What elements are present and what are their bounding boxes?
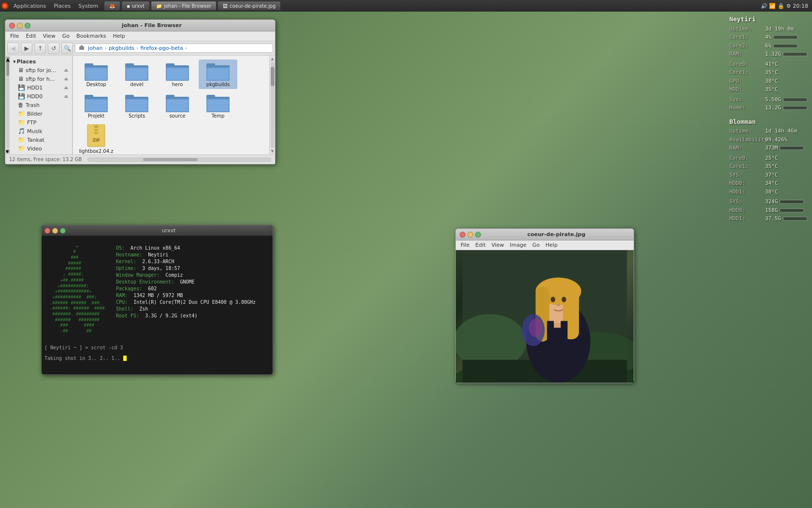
menu-edit[interactable]: Edit bbox=[23, 32, 39, 40]
sidebar-item-sftp2[interactable]: 🖥 sftp for h... ⏏ bbox=[10, 75, 72, 83]
taskbar-imageviewer-btn[interactable]: 🖼 coeur-de-pirate.jpg bbox=[218, 1, 281, 11]
imgview-menu-edit[interactable]: Edit bbox=[472, 241, 488, 249]
crumb-pkgbuilds[interactable]: pkgbuilds bbox=[108, 45, 135, 51]
photo-svg bbox=[456, 250, 634, 383]
h-scroll-thumb[interactable] bbox=[143, 158, 198, 161]
imgview-menu-go[interactable]: Go bbox=[529, 241, 542, 249]
imgview-min-btn[interactable] bbox=[467, 232, 473, 238]
n-hdd-val: 35°C bbox=[765, 86, 778, 94]
file-item-lightbox[interactable]: ZIP lightbox2.04.zip bbox=[77, 122, 116, 154]
crumb-johan[interactable]: johan bbox=[87, 45, 103, 51]
n-sys-row: Sys: 5.50G bbox=[729, 96, 807, 104]
svg-rect-9 bbox=[125, 63, 134, 67]
grid-scroll-up[interactable]: ▲ bbox=[271, 57, 274, 61]
sftp2-eject[interactable]: ⏏ bbox=[64, 76, 68, 81]
b-uptime-val: 1d 14h 46m bbox=[765, 127, 797, 135]
os-icon[interactable] bbox=[0, 1, 10, 11]
menu-view[interactable]: View bbox=[40, 32, 58, 40]
menu-go[interactable]: Go bbox=[59, 32, 72, 40]
grid-scroll-thumb[interactable] bbox=[271, 67, 275, 86]
taskbar: Applications Places System 🦊 ▪ urxvt 📁 j… bbox=[0, 0, 812, 12]
hdd1-label: HDD1 bbox=[27, 85, 43, 91]
terminal-prompt-area[interactable]: [ Neytiri ~ ] > scrot -cd 3 Taking shot … bbox=[42, 339, 273, 374]
taskbar-places[interactable]: Places bbox=[50, 0, 74, 12]
file-item-devel[interactable]: devel bbox=[117, 60, 156, 89]
file-item-pkgbuilds[interactable]: pkgbuilds bbox=[199, 60, 237, 89]
imgview-max-btn[interactable] bbox=[475, 232, 481, 238]
grid-scrollbar[interactable]: ▲ ▼ bbox=[269, 56, 275, 154]
grid-scroll-down[interactable]: ▼ bbox=[271, 149, 274, 153]
back-button[interactable]: ◀ bbox=[7, 43, 19, 54]
file-browser-titlebar: johan - File Browser bbox=[5, 20, 275, 31]
taskbar-filebrowser-btn[interactable]: 📁 johan - File Browser bbox=[151, 1, 217, 11]
taskbar-system[interactable]: System bbox=[74, 0, 102, 12]
b-uptime-row: Uptime: 1d 14h 46m bbox=[729, 127, 807, 135]
image-viewer-menubar: File Edit View Image Go Help bbox=[456, 240, 634, 250]
menu-help[interactable]: Help bbox=[110, 32, 128, 40]
h-scroll-track[interactable] bbox=[87, 158, 271, 162]
b-fs-hdd0-row: HDD0: 158G bbox=[729, 207, 807, 215]
sidebar-item-hdd1[interactable]: 💾 HDD1 ⏏ bbox=[10, 83, 72, 92]
file-item-scripts[interactable]: Scripts bbox=[117, 91, 156, 120]
scroll-up-arrow[interactable]: ▲ bbox=[6, 57, 10, 60]
ftp-icon: 📁 bbox=[18, 119, 25, 126]
sidebar-item-bilder[interactable]: 📁 Bilder bbox=[10, 109, 72, 118]
b-hdd1-val: 30°C bbox=[765, 188, 778, 196]
up-button[interactable]: ↑ bbox=[34, 43, 46, 54]
imgview-menu-image[interactable]: Image bbox=[507, 241, 529, 249]
taskbar-urxvt-btn[interactable]: ▪ urxvt bbox=[121, 1, 150, 11]
terminal-min-btn[interactable] bbox=[52, 228, 58, 234]
menu-bookmarks[interactable]: Bookmarks bbox=[73, 32, 109, 40]
search-button[interactable]: 🔍 bbox=[61, 43, 73, 54]
imgview-menu-file[interactable]: File bbox=[458, 241, 472, 249]
sidebar-item-musik[interactable]: 🎵 Musik bbox=[10, 127, 72, 135]
forward-button[interactable]: ▶ bbox=[21, 43, 32, 54]
b-hdd1-row: HDD1: 30°C bbox=[729, 188, 807, 196]
sidebar-scrollbar[interactable]: ▲ ▼ bbox=[5, 56, 10, 154]
image-viewer-titlebar: coeur-de-pirate.jpg bbox=[456, 229, 634, 240]
terminal-close-btn[interactable] bbox=[44, 228, 50, 234]
sidebar-item-sftp1[interactable]: 🖥 sftp for jo... ⏏ bbox=[10, 66, 72, 75]
hdd1-eject[interactable]: ⏏ bbox=[64, 85, 68, 90]
source-folder-icon bbox=[166, 93, 189, 112]
hdd1-icon: 💾 bbox=[18, 84, 25, 91]
sidebar-item-ftp[interactable]: 📁 FTP bbox=[10, 118, 72, 127]
refresh-button[interactable]: ↺ bbox=[48, 43, 59, 54]
sidebar-item-tankat[interactable]: 📁 Tankat bbox=[10, 135, 72, 144]
taskbar-firefox-btn[interactable]: 🦊 bbox=[104, 1, 120, 11]
sftp1-eject[interactable]: ⏏ bbox=[64, 68, 68, 73]
imgview-close-btn[interactable] bbox=[460, 232, 465, 238]
imgview-menu-view[interactable]: View bbox=[489, 241, 507, 249]
imgview-menu-help[interactable]: Help bbox=[543, 241, 561, 249]
file-item-hero[interactable]: hero bbox=[158, 60, 197, 89]
hdd0-eject[interactable]: ⏏ bbox=[64, 94, 68, 99]
urxvt-icon: ▪ bbox=[127, 3, 130, 9]
sidebar: ▾ Places 🖥 sftp for jo... ⏏ 🖥 sftp for h… bbox=[10, 56, 72, 154]
terminal-max-btn[interactable] bbox=[60, 228, 66, 234]
taskbar-icons: 🔊 📶 🔒 ⚙ bbox=[761, 3, 791, 9]
n-gpu-row: GPU: 38°C bbox=[729, 77, 807, 86]
close-button[interactable] bbox=[9, 23, 15, 29]
sidebar-item-video[interactable]: 📁 Video bbox=[10, 144, 72, 153]
file-item-desktop[interactable]: Desktop bbox=[77, 60, 116, 89]
crumb-firefox[interactable]: firefox-pgo-beta bbox=[139, 45, 184, 51]
sidebar-item-trash[interactable]: 🗑 Trash bbox=[10, 101, 72, 109]
menu-file[interactable]: File bbox=[7, 32, 22, 40]
core1-row: Core1: 4% bbox=[729, 33, 807, 42]
taskbar-applications[interactable]: Applications bbox=[10, 0, 50, 12]
scroll-down-arrow[interactable]: ▼ bbox=[6, 149, 10, 153]
bilder-label: Bilder bbox=[27, 111, 43, 117]
file-item-temp[interactable]: Temp bbox=[199, 91, 237, 120]
sidebar-item-hdd0[interactable]: 💾 HDD0 ⏏ bbox=[10, 92, 72, 101]
bilder-icon: 📁 bbox=[18, 110, 25, 117]
b-fs-hdd1-label: HDD1: bbox=[729, 215, 763, 223]
file-item-projekt[interactable]: Projekt bbox=[77, 91, 116, 120]
crumb-home[interactable] bbox=[77, 45, 86, 52]
maximize-button[interactable] bbox=[25, 23, 30, 29]
b-fs-hdd1-row: HDD1: 37.5G bbox=[729, 215, 807, 223]
places-section: ▾ Places bbox=[10, 58, 72, 66]
minimize-button[interactable] bbox=[17, 23, 23, 29]
lightbox-label: lightbox2.04.zip bbox=[79, 149, 114, 154]
scroll-thumb[interactable] bbox=[6, 61, 9, 76]
file-item-source[interactable]: source bbox=[158, 91, 197, 120]
